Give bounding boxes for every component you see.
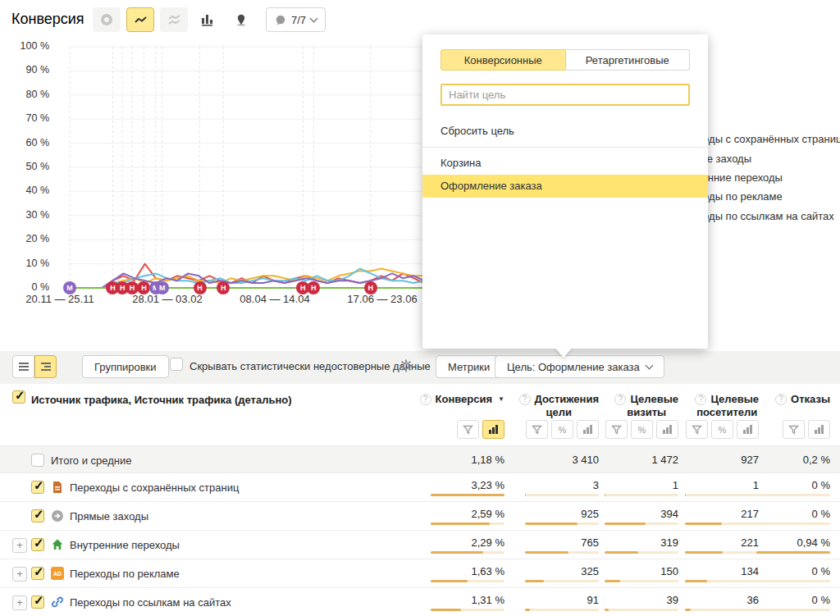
help-icon[interactable]: ? bbox=[695, 394, 706, 405]
y-axis-tick: 10 % bbox=[7, 258, 49, 269]
direct-icon bbox=[51, 509, 64, 522]
y-axis-tick: 0 % bbox=[7, 281, 49, 293]
table-row-totals: Итого и средние 1,18 % 3 410 1 472 927 0… bbox=[0, 445, 840, 473]
cell-value: 765 bbox=[581, 536, 599, 549]
y-axis-tick: 90 % bbox=[7, 64, 49, 75]
percent-display-button[interactable]: % bbox=[631, 420, 653, 439]
row-checkbox[interactable] bbox=[31, 567, 44, 580]
goal-selector-popup: Конверсионные Ретаргетинговые Сбросить ц… bbox=[422, 34, 708, 349]
help-icon[interactable]: ? bbox=[519, 394, 531, 405]
annotation-marker[interactable]: M bbox=[63, 281, 76, 294]
expand-button[interactable]: + bbox=[12, 567, 27, 582]
column-header-bounces[interactable]: ?Отказы bbox=[775, 393, 830, 406]
cell-value: 0 % bbox=[812, 594, 830, 606]
saved-pages-icon bbox=[51, 481, 64, 494]
annotation-marker[interactable]: M bbox=[156, 281, 169, 294]
table-row: Переходы с сохранённых страниц 3,23 % 3 … bbox=[0, 473, 840, 502]
help-icon[interactable]: ? bbox=[420, 394, 431, 405]
sort-desc-icon: ▼ bbox=[498, 393, 504, 406]
bars-display-button[interactable] bbox=[737, 420, 759, 439]
goal-popup-tabs: Конверсионные Ретаргетинговые bbox=[441, 49, 690, 71]
link-icon bbox=[51, 595, 64, 609]
column-controls-row: % % % bbox=[0, 417, 840, 445]
y-axis-tick: 40 % bbox=[7, 185, 49, 196]
cell-value: 1 472 bbox=[651, 454, 678, 466]
cell-value: 2,59 % bbox=[472, 508, 504, 520]
row-label: Итого и средние bbox=[51, 454, 131, 467]
row-label[interactable]: Прямые заходы bbox=[70, 510, 148, 522]
y-axis-tick: 100 % bbox=[7, 40, 49, 52]
y-axis-tick: 20 % bbox=[7, 233, 49, 244]
metrics-button[interactable]: Метрики bbox=[436, 355, 502, 378]
tab-conversion-goals[interactable]: Конверсионные bbox=[441, 49, 566, 71]
menu-item-reset-goal[interactable]: Сбросить цель bbox=[422, 120, 708, 143]
cell-value: 3 410 bbox=[572, 454, 599, 466]
help-icon[interactable]: ? bbox=[775, 394, 787, 405]
cell-value: 91 bbox=[587, 594, 599, 606]
cell-value: 1,18 % bbox=[472, 454, 504, 466]
row-checkbox[interactable] bbox=[31, 454, 44, 467]
groupings-button[interactable]: Группировки bbox=[82, 355, 169, 378]
table-header-row: Источник трафика, Источник трафика (дета… bbox=[0, 386, 840, 417]
row-checkbox[interactable] bbox=[31, 538, 44, 551]
list-icon bbox=[19, 363, 29, 371]
menu-item-cart[interactable]: Корзина bbox=[422, 152, 708, 175]
bars-display-button[interactable] bbox=[577, 420, 599, 439]
cell-value: 2,29 % bbox=[472, 536, 504, 549]
goal-dropdown-button[interactable]: Цель: Оформление заказа bbox=[495, 355, 664, 378]
bars-display-button[interactable] bbox=[482, 420, 504, 439]
cell-value: 1 bbox=[673, 479, 678, 491]
y-axis-tick: 30 % bbox=[7, 209, 49, 221]
select-all-checkbox[interactable] bbox=[12, 390, 25, 404]
percent-display-button[interactable]: % bbox=[711, 420, 733, 439]
tree-icon bbox=[41, 363, 51, 371]
cell-value: 0 % bbox=[812, 479, 830, 491]
bars-display-button[interactable] bbox=[656, 420, 678, 439]
filter-button[interactable] bbox=[526, 420, 548, 439]
expand-button[interactable]: + bbox=[12, 538, 27, 553]
row-checkbox[interactable] bbox=[31, 481, 44, 494]
filter-button[interactable] bbox=[783, 420, 805, 439]
menu-item-checkout[interactable]: Оформление заказа bbox=[422, 175, 708, 198]
table-row: Прямые заходы 2,59 % 925 394 217 0 % bbox=[0, 502, 840, 531]
hide-unreliable-checkbox[interactable] bbox=[170, 358, 183, 371]
filter-button[interactable] bbox=[605, 420, 628, 439]
goal-dropdown-label: Цель: Оформление заказа bbox=[507, 361, 640, 373]
row-label[interactable]: Переходы по рекламе bbox=[70, 568, 180, 580]
column-header-goal-users[interactable]: ?Целевые посетители bbox=[695, 393, 759, 419]
row-checkbox[interactable] bbox=[31, 509, 44, 522]
menu-divider bbox=[422, 147, 708, 148]
cell-value: 0 % bbox=[812, 508, 830, 520]
help-icon[interactable]: ? bbox=[614, 394, 626, 405]
column-header-goal-visits[interactable]: ?Целевые визиты bbox=[614, 393, 678, 419]
filter-button[interactable] bbox=[457, 420, 479, 439]
internal-icon bbox=[51, 538, 64, 551]
bars-display-button[interactable] bbox=[808, 420, 830, 439]
column-header-goal-reaches[interactable]: ?Достижения цели bbox=[519, 393, 599, 419]
annotation-marker[interactable]: H bbox=[194, 281, 207, 294]
tree-view-button[interactable] bbox=[34, 355, 57, 378]
expand-button[interactable]: + bbox=[12, 595, 27, 610]
filter-button[interactable] bbox=[686, 420, 708, 439]
popup-tail bbox=[555, 347, 573, 358]
x-axis-tick: 20.11 — 25.11 bbox=[7, 293, 113, 305]
list-view-button[interactable] bbox=[12, 355, 34, 378]
x-axis-tick: 28.01 — 03.02 bbox=[114, 293, 221, 305]
row-label[interactable]: Переходы с сохранённых страниц bbox=[70, 481, 239, 494]
x-axis-tick: 08.04 — 14.04 bbox=[221, 293, 328, 305]
row-label[interactable]: Внутренние переходы bbox=[70, 539, 180, 551]
percent-display-button[interactable]: % bbox=[551, 420, 573, 439]
cell-value: 1,31 % bbox=[472, 594, 504, 606]
x-axis-tick: 17.06 — 23.06 bbox=[329, 293, 436, 305]
y-axis-tick: 70 % bbox=[7, 112, 49, 124]
column-header-conversion[interactable]: ? Конверсия▼ bbox=[420, 393, 504, 406]
y-axis-tick: 60 % bbox=[7, 137, 49, 148]
table-row: + Внутренние переходы 2,29 % 765 319 221… bbox=[0, 531, 840, 559]
tab-retargeting-goals[interactable]: Ретаргетинговые bbox=[566, 49, 691, 71]
row-label[interactable]: Переходы по ссылкам на сайтах bbox=[70, 596, 231, 609]
gear-icon[interactable] bbox=[399, 358, 413, 373]
chevron-down-icon bbox=[645, 361, 653, 369]
goal-search-input[interactable] bbox=[441, 84, 690, 106]
row-checkbox[interactable] bbox=[31, 595, 44, 609]
annotation-marker[interactable]: H bbox=[364, 281, 377, 294]
